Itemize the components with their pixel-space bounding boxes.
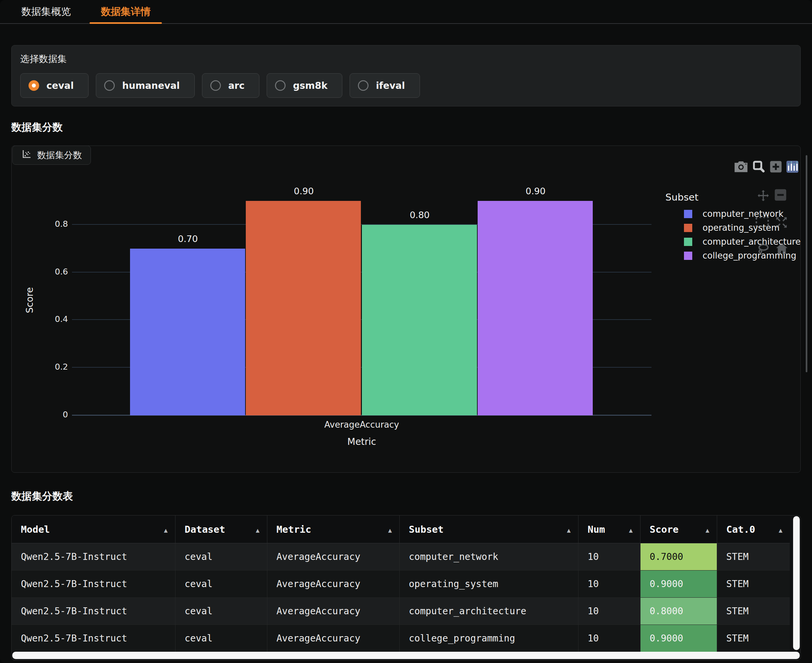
cell-subset: computer_network bbox=[399, 543, 578, 571]
table-row: Qwen2.5-7B-InstructcevalAverageAccuracyc… bbox=[11, 598, 790, 625]
cell-subset: computer_architecture bbox=[399, 598, 578, 625]
cell-cat: STEM bbox=[717, 571, 790, 598]
cell-model: Qwen2.5-7B-Instruct bbox=[11, 598, 175, 625]
radio-circle-icon bbox=[358, 80, 368, 91]
cell-subset: college_programming bbox=[399, 625, 578, 652]
plotly-logo-icon[interactable] bbox=[786, 161, 798, 173]
sort-ascending-icon[interactable]: ▲ bbox=[567, 526, 571, 534]
column-header-subset[interactable]: Subset▲ bbox=[399, 516, 578, 543]
x-tick-label: AverageAccuracy bbox=[72, 420, 652, 430]
zoom-out-icon[interactable] bbox=[775, 189, 786, 201]
sort-ascending-icon[interactable]: ▲ bbox=[629, 526, 632, 534]
cell-num: 10 bbox=[578, 543, 640, 571]
column-header-cat-0[interactable]: Cat.0▲ bbox=[717, 516, 790, 543]
column-header-label: Cat.0 bbox=[726, 524, 755, 535]
x-axis-title: Metric bbox=[72, 436, 652, 447]
lasso-icon[interactable] bbox=[757, 243, 770, 256]
sort-ascending-icon[interactable]: ▲ bbox=[388, 526, 392, 534]
radio-option-arc[interactable]: arc bbox=[202, 73, 259, 98]
cell-metric: AverageAccuracy bbox=[267, 625, 399, 652]
bar-operating_system bbox=[246, 201, 361, 416]
column-header-label: Subset bbox=[409, 524, 444, 535]
cell-score: 0.9000 bbox=[640, 625, 717, 652]
column-header-score[interactable]: Score▲ bbox=[640, 516, 717, 543]
table-row: Qwen2.5-7B-InstructcevalAverageAccuracyc… bbox=[11, 543, 790, 571]
radio-option-label: arc bbox=[228, 80, 245, 91]
cell-dataset: ceval bbox=[175, 571, 267, 598]
sort-ascending-icon[interactable]: ▲ bbox=[256, 526, 259, 534]
dataset-radio-group: cevalhumanevalarcgsm8kifeval bbox=[20, 73, 792, 98]
tab-dataset-overview[interactable]: 数据集概览 bbox=[10, 0, 82, 23]
column-header-label: Metric bbox=[277, 524, 311, 535]
score-table-panel: Model▲Dataset▲Metric▲Subset▲Num▲Score▲Ca… bbox=[11, 515, 801, 660]
radio-option-ceval[interactable]: ceval bbox=[20, 73, 89, 98]
table-vertical-scrollbar[interactable] bbox=[793, 516, 800, 650]
cell-cat: STEM bbox=[717, 625, 790, 652]
table-row: Qwen2.5-7B-InstructcevalAverageAccuracyo… bbox=[11, 571, 790, 598]
y-tick-label: 0 bbox=[35, 410, 68, 419]
chart-card: 数据集分数 0.700.900.800.90 Score AverageAccu… bbox=[11, 146, 801, 473]
autoscale-icon[interactable] bbox=[775, 215, 788, 230]
plot-area[interactable]: 0.700.900.800.90 bbox=[72, 185, 652, 416]
cell-dataset: ceval bbox=[175, 625, 267, 652]
cell-dataset: ceval bbox=[175, 543, 267, 571]
app-window: 数据集概览数据集详情 选择数据集 cevalhumanevalarcgsm8ki… bbox=[0, 0, 812, 663]
table-header-row: Model▲Dataset▲Metric▲Subset▲Num▲Score▲Ca… bbox=[11, 516, 790, 543]
cell-model: Qwen2.5-7B-Instruct bbox=[11, 625, 175, 652]
column-header-metric[interactable]: Metric▲ bbox=[267, 516, 399, 543]
legend-swatch bbox=[684, 210, 692, 218]
column-header-num[interactable]: Num▲ bbox=[578, 516, 640, 543]
plot-modebar bbox=[734, 160, 798, 173]
sort-ascending-icon[interactable]: ▲ bbox=[164, 526, 167, 534]
table-row: Qwen2.5-7B-InstructcevalAverageAccuracyc… bbox=[11, 625, 790, 652]
sort-ascending-icon[interactable]: ▲ bbox=[705, 526, 709, 534]
cell-cat: STEM bbox=[717, 543, 790, 571]
legend-swatch bbox=[684, 238, 692, 246]
column-header-label: Model bbox=[21, 524, 50, 535]
cell-score: 0.7000 bbox=[640, 543, 717, 571]
cell-dataset: ceval bbox=[175, 598, 267, 625]
cell-subset: operating_system bbox=[399, 571, 578, 598]
cell-metric: AverageAccuracy bbox=[267, 598, 399, 625]
y-tick-label: 0.4 bbox=[35, 314, 68, 324]
tab-bar: 数据集概览数据集详情 bbox=[0, 0, 812, 24]
bar-computer_architecture bbox=[362, 225, 477, 416]
radio-option-label: ceval bbox=[47, 80, 74, 91]
y-tick-label: 0.2 bbox=[35, 362, 68, 372]
cell-model: Qwen2.5-7B-Instruct bbox=[11, 543, 175, 571]
bar-value-label: 0.80 bbox=[410, 210, 430, 220]
radio-option-gsm8k[interactable]: gsm8k bbox=[267, 73, 342, 98]
radio-option-humaneval[interactable]: humaneval bbox=[96, 73, 195, 98]
bar-value-label: 0.70 bbox=[178, 234, 198, 244]
y-tick-label: 0.8 bbox=[35, 219, 68, 229]
radio-circle-icon bbox=[29, 80, 39, 91]
zoom-icon[interactable] bbox=[753, 160, 765, 173]
page-scrollbar-thumb[interactable] bbox=[806, 155, 807, 372]
radio-option-label: humaneval bbox=[122, 80, 180, 91]
table-horizontal-scrollbar[interactable] bbox=[12, 652, 800, 659]
cell-num: 10 bbox=[578, 571, 640, 598]
box-select-icon[interactable] bbox=[755, 216, 769, 228]
radio-circle-icon bbox=[104, 80, 115, 91]
radio-option-ifeval[interactable]: ifeval bbox=[350, 73, 420, 98]
column-header-label: Num bbox=[588, 524, 605, 535]
legend-item-label: computer_network bbox=[703, 209, 783, 219]
pan-icon[interactable] bbox=[757, 189, 770, 202]
column-header-model[interactable]: Model▲ bbox=[11, 516, 175, 543]
bar-college_programming bbox=[478, 201, 593, 416]
cell-metric: AverageAccuracy bbox=[267, 571, 399, 598]
sort-ascending-icon[interactable]: ▲ bbox=[779, 526, 783, 534]
column-header-label: Dataset bbox=[185, 524, 225, 535]
column-header-dataset[interactable]: Dataset▲ bbox=[175, 516, 267, 543]
legend-swatch bbox=[684, 224, 692, 232]
camera-icon[interactable] bbox=[734, 161, 748, 173]
chart-panel-tab[interactable]: 数据集分数 bbox=[12, 146, 91, 165]
bar-value-label: 0.90 bbox=[294, 186, 314, 196]
zoom-in-icon[interactable] bbox=[770, 161, 782, 173]
cell-model: Qwen2.5-7B-Instruct bbox=[11, 571, 175, 598]
table-section-title: 数据集分数表 bbox=[11, 489, 801, 503]
home-icon[interactable] bbox=[775, 243, 788, 255]
y-tick-label: 0.6 bbox=[35, 267, 68, 277]
cell-num: 10 bbox=[578, 625, 640, 652]
tab-dataset-details[interactable]: 数据集详情 bbox=[89, 0, 162, 23]
